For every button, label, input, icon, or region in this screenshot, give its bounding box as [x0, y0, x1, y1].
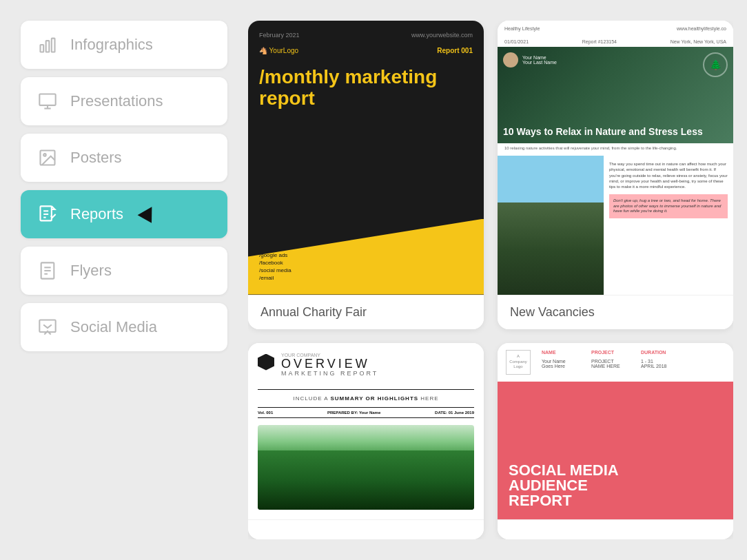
mmr-logo: 🐴 YourLogo [259, 47, 298, 54]
sm-col-project-header: PROJECT [591, 350, 633, 355]
mmr-title: /monthly marketing report [259, 67, 473, 110]
hl-forest-image [498, 156, 604, 295]
sm-row1-project: PROJECTNAME HERE [591, 359, 633, 369]
om-divider-top [258, 389, 474, 390]
hl-text-block: The way you spend time out in nature can… [604, 156, 733, 295]
om-forest-image [258, 425, 474, 510]
card-preview-sma: ACompanyLogo NAME PROJECT DURATION Your … [498, 343, 733, 519]
svg-rect-3 [39, 94, 55, 105]
sidebar-item-flyers[interactable]: Flyers [21, 247, 227, 295]
sm-col-duration-header: DURATION [641, 350, 668, 355]
card-preview-mmr: February 2021 www.yourwebsite.com 🐴 Your… [248, 21, 484, 295]
om-header: YOUR COMPANY OVERVIEW MARKETING REPORT [258, 353, 474, 377]
om-title-text: OVERVIEW [281, 357, 378, 370]
sidebar-item-presentations-label: Presentations [70, 92, 163, 110]
social-media-icon [36, 315, 59, 339]
card-label-charity-fair: Annual Charity Fair [248, 295, 484, 329]
sm-bottom-section: SOCIAL MEDIAAUDIENCEREPORT [498, 382, 733, 519]
card-label-sma [498, 519, 733, 539]
hl-forest-trees [498, 156, 604, 295]
om-meta-bar: Vol. 001 PREPARED BY: Your Name DATE: 01… [258, 407, 474, 418]
om-subtitle: MARKETING REPORT [281, 370, 378, 377]
hl-top-bar: Healthy Lifestyle www.healthylifestyle.c… [498, 21, 733, 37]
sidebar-item-social-media-label: Social Media [70, 318, 157, 336]
svg-rect-0 [41, 45, 44, 52]
sm-preview: ACompanyLogo NAME PROJECT DURATION Your … [498, 343, 733, 519]
cursor-indicator [138, 207, 159, 227]
sm-col-name-header: NAME [542, 350, 583, 355]
hl-hero-bg: Your Name Your Last Name 🌲 10 Ways to Re… [498, 47, 733, 143]
svg-rect-1 [46, 41, 50, 52]
sidebar-item-infographics-label: Infographics [70, 36, 153, 54]
hl-tree-icon: 🌲 [703, 52, 728, 77]
mmr-preview: February 2021 www.yourwebsite.com 🐴 Your… [248, 21, 484, 295]
mmr-logo-row: 🐴 YourLogo Report 001 [259, 47, 473, 54]
card-annual-charity-fair[interactable]: February 2021 www.yourwebsite.com 🐴 Your… [248, 21, 484, 329]
mmr-top-bar: February 2021 www.yourwebsite.com [259, 32, 473, 39]
image-icon [36, 146, 59, 169]
sidebar-item-presentations[interactable]: Presentations [21, 77, 227, 125]
sm-logo-block: ACompanyLogo [506, 350, 531, 375]
sm-table-row: Your NameGoes Here PROJECTNAME HERE 1 - … [542, 359, 725, 369]
hl-hero-title: 10 Ways to Relax in Nature and Stress Le… [503, 126, 728, 138]
sidebar: Infographics Presentations P [21, 21, 227, 539]
sm-data-table: NAME PROJECT DURATION Your NameGoes Here… [542, 350, 725, 375]
hl-avatar [503, 52, 518, 68]
sm-bottom-title: SOCIAL MEDIAAUDIENCEREPORT [509, 463, 722, 508]
card-label-new-vacancies: New Vacancies [498, 295, 733, 329]
app-container: Infographics Presentations P [0, 0, 747, 560]
om-title-block: YOUR COMPANY OVERVIEW MARKETING REPORT [281, 353, 378, 377]
om-summary-text: INCLUDE A SUMMARY OR HIGHLIGHTS HERE [258, 395, 474, 402]
sm-row1-name: Your NameGoes Here [542, 359, 583, 369]
hl-hero: Your Name Your Last Name 🌲 10 Ways to Re… [498, 47, 733, 143]
sm-table-header: NAME PROJECT DURATION [542, 350, 725, 355]
card-preview-hl: Healthy Lifestyle www.healthylifestyle.c… [498, 21, 733, 295]
svg-rect-2 [52, 39, 55, 52]
sidebar-item-infographics[interactable]: Infographics [21, 21, 227, 69]
card-new-vacancies[interactable]: Healthy Lifestyle www.healthylifestyle.c… [498, 21, 733, 329]
mmr-report-num: Report 001 [437, 47, 473, 54]
chart-bar-icon [36, 33, 59, 56]
sm-top: ACompanyLogo NAME PROJECT DURATION Your … [498, 343, 733, 382]
mmr-url: www.yourwebsite.com [411, 32, 473, 39]
sidebar-item-reports[interactable]: Reports [21, 190, 227, 238]
svg-point-7 [43, 154, 45, 156]
hl-name-block: Your Name Your Last Name [522, 55, 557, 65]
hl-preview: Healthy Lifestyle www.healthylifestyle.c… [498, 21, 733, 295]
mmr-channel-4: /email [259, 275, 291, 281]
sidebar-item-posters[interactable]: Posters [21, 134, 227, 182]
hl-location: New York, New York, USA [671, 39, 726, 44]
sidebar-item-reports-label: Reports [70, 205, 123, 223]
reports-icon [36, 203, 59, 226]
mmr-channel-3: /social media [259, 267, 291, 273]
sidebar-item-flyers-label: Flyers [70, 262, 112, 280]
card-label-overview [248, 519, 484, 539]
om-hex-logo [258, 354, 274, 371]
presentation-icon [36, 90, 59, 113]
om-preview: YOUR COMPANY OVERVIEW MARKETING REPORT I… [248, 343, 484, 519]
card-social-media-audience[interactable]: ACompanyLogo NAME PROJECT DURATION Your … [498, 343, 733, 539]
mmr-date: February 2021 [259, 32, 300, 39]
sidebar-item-social-media[interactable]: Social Media [21, 303, 227, 351]
hl-content: The way you spend time out in nature can… [498, 156, 733, 295]
mmr-channel-list: /google ads /facebook /social media /ema… [259, 252, 291, 282]
mmr-channel-1: /google ads [259, 252, 291, 258]
hl-subtitle: 10 relaxing nature activities that will … [498, 143, 733, 156]
hl-url: www.healthylifestyle.co [677, 26, 726, 31]
svg-rect-8 [41, 206, 52, 220]
hl-date: 01/01/2021 [504, 39, 529, 44]
hl-report-num: Report #123154 [582, 39, 617, 44]
hl-pink-box: Don't give up, hug a tree or two, and he… [609, 194, 728, 218]
om-forest-trees [258, 450, 474, 510]
hl-avatar-row: Your Name Your Last Name [503, 52, 557, 68]
flyers-icon [36, 259, 59, 282]
card-preview-om: YOUR COMPANY OVERVIEW MARKETING REPORT I… [248, 343, 484, 519]
hl-brand: Healthy Lifestyle [504, 26, 540, 31]
content-grid: February 2021 www.yourwebsite.com 🐴 Your… [248, 21, 733, 539]
sidebar-item-posters-label: Posters [70, 149, 122, 167]
mmr-channel-2: /facebook [259, 260, 291, 266]
card-overview-marketing[interactable]: YOUR COMPANY OVERVIEW MARKETING REPORT I… [248, 343, 484, 539]
sm-row1-duration: 1 - 31APRIL 2018 [641, 359, 668, 369]
